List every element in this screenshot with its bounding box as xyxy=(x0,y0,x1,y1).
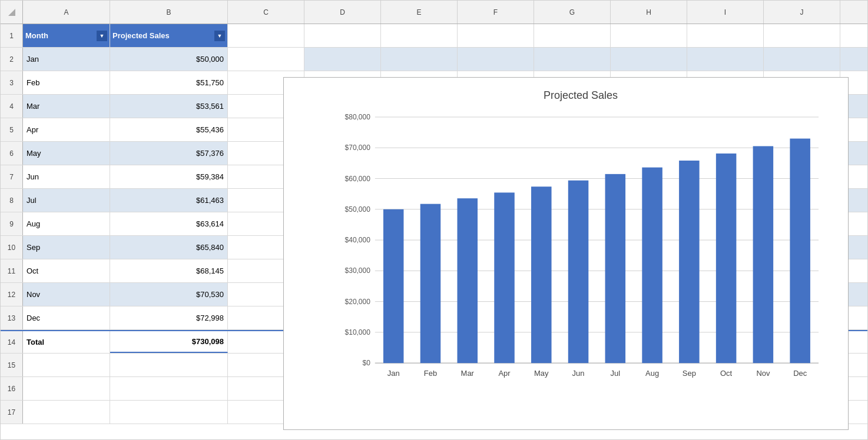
col-header-j[interactable]: J xyxy=(764,1,840,24)
cell-g2 xyxy=(534,48,611,71)
cell-a2: Jan xyxy=(23,48,110,71)
svg-rect-42 xyxy=(790,139,810,364)
cell-i1 xyxy=(687,24,764,47)
col-header-c[interactable]: C xyxy=(228,1,304,24)
svg-rect-36 xyxy=(679,161,700,363)
cell-b3: $51,750 xyxy=(110,71,228,94)
col-header-e[interactable]: E xyxy=(381,1,458,24)
row-num-11: 11 xyxy=(1,259,23,282)
cell-a7: Jun xyxy=(23,165,110,188)
row-num-2: 2 xyxy=(1,48,23,71)
cell-a16 xyxy=(23,377,110,400)
svg-rect-24 xyxy=(457,198,478,363)
cell-a13: Dec xyxy=(23,306,110,329)
cell-b9: $63,614 xyxy=(110,212,228,235)
cell-i2 xyxy=(687,48,764,71)
svg-text:Nov: Nov xyxy=(756,369,770,378)
cell-a1[interactable]: Month ▼ xyxy=(23,24,110,47)
cell-a10: Sep xyxy=(23,236,110,259)
row-2: 2 Jan $50,000 xyxy=(1,48,867,71)
cell-b17 xyxy=(110,401,228,424)
row-num-16: 16 xyxy=(1,377,23,400)
svg-text:$0: $0 xyxy=(363,359,371,367)
sales-header-label: Projected Sales xyxy=(112,31,170,40)
row-num-14: 14 xyxy=(1,331,23,353)
col-header-a[interactable]: A xyxy=(23,1,110,24)
cell-e2 xyxy=(381,48,458,71)
cell-d1 xyxy=(304,24,381,47)
col-header-h[interactable]: H xyxy=(611,1,687,24)
row-num-17: 17 xyxy=(1,401,23,424)
cell-a17 xyxy=(23,401,110,424)
row-num-7: 7 xyxy=(1,165,23,188)
cell-b13: $72,998 xyxy=(110,306,228,329)
svg-text:Jun: Jun xyxy=(572,369,585,378)
svg-text:$10,000: $10,000 xyxy=(345,328,371,336)
corner-cell xyxy=(1,1,23,24)
row-num-9: 9 xyxy=(1,212,23,235)
cell-a12: Nov xyxy=(23,283,110,306)
cell-c1 xyxy=(228,24,304,47)
row-num-4: 4 xyxy=(1,95,23,118)
cell-b4: $53,561 xyxy=(110,95,228,118)
filter-dropdown-a1[interactable]: ▼ xyxy=(97,31,107,41)
svg-rect-28 xyxy=(531,186,552,363)
svg-text:Dec: Dec xyxy=(793,369,807,378)
svg-marker-0 xyxy=(8,9,15,16)
cell-b7: $59,384 xyxy=(110,165,228,188)
cell-b11: $68,145 xyxy=(110,259,228,282)
row-num-12: 12 xyxy=(1,283,23,306)
col-header-g[interactable]: G xyxy=(534,1,611,24)
svg-text:Aug: Aug xyxy=(645,369,659,378)
svg-text:Jul: Jul xyxy=(611,369,621,378)
cell-b12: $70,530 xyxy=(110,283,228,306)
row-num-8: 8 xyxy=(1,189,23,212)
filter-dropdown-b1[interactable]: ▼ xyxy=(214,31,225,41)
svg-text:$20,000: $20,000 xyxy=(345,298,371,306)
svg-text:$80,000: $80,000 xyxy=(345,113,371,121)
row-num-1: 1 xyxy=(1,24,23,47)
svg-rect-32 xyxy=(605,174,626,363)
svg-text:Sep: Sep xyxy=(683,369,696,378)
cell-a4: Mar xyxy=(23,95,110,118)
cell-a11: Oct xyxy=(23,259,110,282)
cell-a15 xyxy=(23,354,110,376)
svg-text:$70,000: $70,000 xyxy=(345,144,371,152)
cell-b1[interactable]: Projected Sales ▼ xyxy=(110,24,228,47)
cell-a9: Aug xyxy=(23,212,110,235)
col-header-d[interactable]: D xyxy=(304,1,381,24)
row-num-3: 3 xyxy=(1,71,23,94)
cell-b6: $57,376 xyxy=(110,142,228,165)
chart-title: Projected Sales xyxy=(331,89,830,102)
cell-b2: $50,000 xyxy=(110,48,228,71)
svg-rect-30 xyxy=(568,181,589,363)
svg-rect-38 xyxy=(716,154,737,363)
cell-j1 xyxy=(764,24,840,47)
svg-rect-40 xyxy=(753,146,774,363)
cell-j2 xyxy=(764,48,840,71)
svg-text:$30,000: $30,000 xyxy=(345,266,371,275)
cell-a8: Jul xyxy=(23,189,110,212)
cell-c2 xyxy=(228,48,304,71)
cell-a3: Feb xyxy=(23,71,110,94)
cell-g1 xyxy=(534,24,611,47)
svg-rect-26 xyxy=(494,192,515,363)
svg-text:Mar: Mar xyxy=(461,369,475,378)
svg-text:$60,000: $60,000 xyxy=(345,175,371,183)
col-header-f[interactable]: F xyxy=(458,1,534,24)
cell-b8: $61,463 xyxy=(110,189,228,212)
cell-f1 xyxy=(458,24,534,47)
col-header-b[interactable]: B xyxy=(110,1,228,24)
svg-text:Feb: Feb xyxy=(424,369,437,378)
cell-b15 xyxy=(110,354,228,376)
cell-e1 xyxy=(381,24,458,47)
cell-a5: Apr xyxy=(23,118,110,141)
col-header-i[interactable]: I xyxy=(687,1,764,24)
chart-svg: $0$10,000$20,000$30,000$40,000$50,000$60… xyxy=(331,111,830,392)
svg-text:$40,000: $40,000 xyxy=(345,236,371,244)
month-header-label: Month xyxy=(25,31,48,40)
cell-f2 xyxy=(458,48,534,71)
svg-text:Apr: Apr xyxy=(498,369,511,378)
row-num-10: 10 xyxy=(1,236,23,259)
svg-text:May: May xyxy=(534,369,549,378)
